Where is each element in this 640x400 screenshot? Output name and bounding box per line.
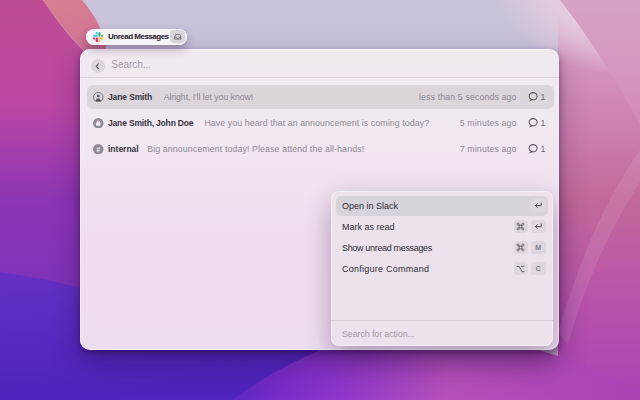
- svg-text:#: #: [96, 145, 100, 152]
